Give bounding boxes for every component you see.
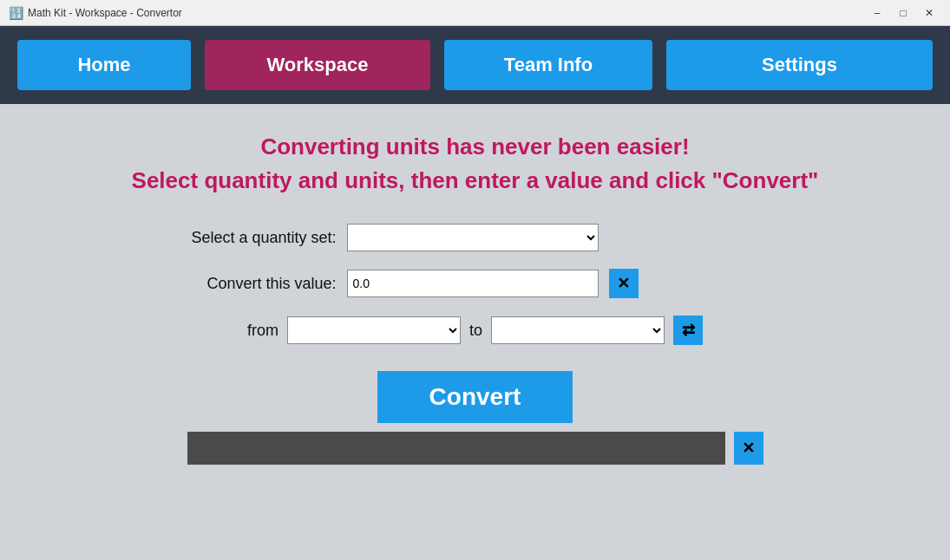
window-controls: – □ ✕: [865, 4, 941, 22]
swap-button[interactable]: ⇄: [673, 316, 703, 345]
clear-result-button[interactable]: ✕: [734, 432, 763, 465]
from-label: from: [247, 322, 278, 340]
app-icon: 🔢: [9, 6, 23, 20]
value-row: Convert this value: ✕: [163, 269, 788, 298]
settings-button[interactable]: Settings: [666, 40, 933, 90]
convert-button[interactable]: Convert: [377, 371, 573, 423]
result-bar: [187, 432, 725, 465]
home-button[interactable]: Home: [17, 40, 191, 90]
quantity-label: Select a quantity set:: [163, 229, 337, 247]
form-area: Select a quantity set: Convert this valu…: [163, 224, 788, 423]
title-bar: 🔢 Math Kit - Workspace - Convertor – □ ✕: [0, 0, 950, 26]
team-info-button[interactable]: Team Info: [444, 40, 652, 90]
title-text: Math Kit - Workspace - Convertor: [28, 7, 865, 19]
workspace-button[interactable]: Workspace: [205, 40, 430, 90]
from-to-row: from to ⇄: [163, 316, 788, 345]
result-row: ✕: [163, 432, 788, 465]
value-input[interactable]: [347, 270, 599, 297]
headline-line2: Select quantity and units, then enter a …: [132, 164, 819, 198]
nav-bar: Home Workspace Team Info Settings: [0, 26, 950, 104]
quantity-row: Select a quantity set:: [163, 224, 788, 251]
from-unit-select[interactable]: [287, 316, 461, 344]
headline: Converting units has never been easier! …: [132, 130, 819, 198]
clear-value-button[interactable]: ✕: [609, 269, 639, 298]
maximize-button[interactable]: □: [891, 4, 915, 22]
quantity-select[interactable]: [347, 224, 599, 251]
minimize-button[interactable]: –: [865, 4, 889, 22]
headline-line1: Converting units has never been easier!: [132, 130, 819, 164]
to-unit-select[interactable]: [491, 316, 665, 344]
to-label: to: [469, 322, 482, 340]
close-button[interactable]: ✕: [917, 4, 941, 22]
value-label: Convert this value:: [163, 275, 337, 293]
convert-row: Convert: [163, 362, 788, 423]
main-content: Converting units has never been easier! …: [0, 104, 950, 560]
